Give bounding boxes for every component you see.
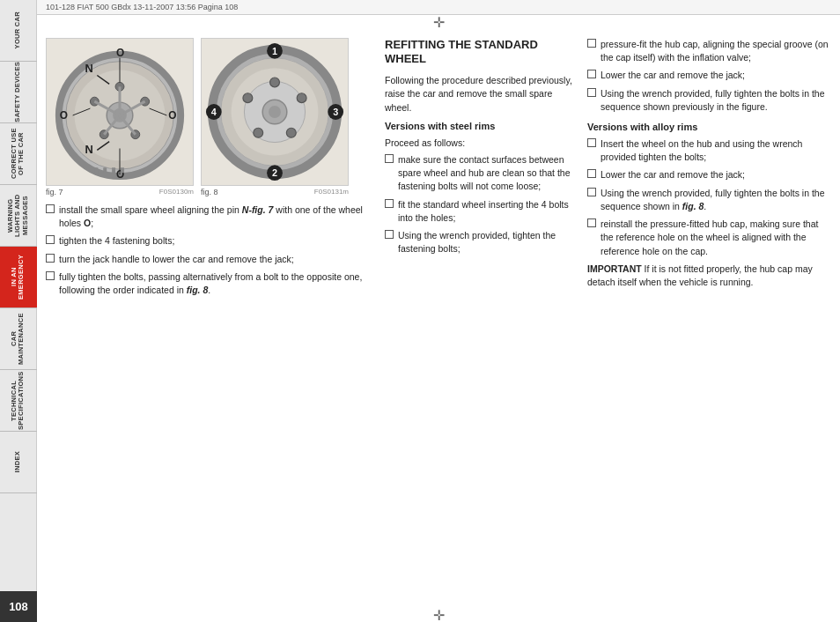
page-number: 108 [9,600,28,613]
alloy-text-3: reinstall the pressure-fitted hub cap, m… [601,218,831,258]
steel-rims-text-2: Using the wrench provided, tighten the f… [398,229,578,255]
sidebar-tab-warning-lights[interactable]: WARNING LIGHTS AND MESSAGES [0,185,37,247]
figure-8-label: fig. 8 F0S0131m [201,188,349,196]
sidebar-tab-correct-use[interactable]: CORRECT USE OF THE CAR [0,123,37,185]
figure-7-label: fig. 7 F0S0130m [46,188,194,196]
right-instructions: pressure-fit the hub cap, aligning the s… [587,38,831,289]
svg-text:O: O [116,47,124,59]
svg-point-42 [297,93,306,103]
svg-text:2: 2 [272,167,277,178]
svg-text:3: 3 [333,107,338,117]
checkbox-sr-2 [385,230,394,239]
alloy-text-1: Lower the car and remove the jack; [601,168,831,181]
refitting-title: REFITTING THE STANDARD WHEEL [385,38,578,65]
figure-7-box: N N O O O [46,38,194,196]
top-crosshair: ✛ [37,15,840,29]
steel-rims-title: Versions with steel rims [385,120,578,134]
svg-point-43 [286,128,296,137]
checkbox-r-2 [587,88,596,97]
steel-rims-intro: Proceed as follows: [385,137,578,150]
instruction-text-2: turn the jack handle to lower the car an… [59,253,376,266]
svg-rect-31 [112,167,115,173]
instruction-item-1: tighten the 4 fastening bolts; [46,234,376,248]
svg-point-40 [269,106,281,118]
svg-text:1: 1 [272,46,277,56]
instruction-item-3: fully tighten the bolts, passing alterna… [46,270,376,297]
figure-7-image: N N O O O [46,38,194,186]
instruction-text-1: tighten the 4 fastening bolts; [59,234,376,248]
images-row: N N O O O [46,38,376,196]
sidebar-tab-your-car[interactable]: YOUR CAR [0,0,37,62]
checkbox-3 [46,271,55,280]
steel-rims-item-1: fit the standard wheel inserting the 4 b… [385,198,578,225]
sidebar-tab-car-maintenance[interactable]: CAR MAINTENANCE [0,308,37,370]
important-text: IMPORTANT If it is not fitted properly, … [587,263,831,289]
header-text: 101-128 FIAT 500 GBdx 13-11-2007 13:56 P… [46,3,238,11]
main-content: 101-128 FIAT 500 GBdx 13-11-2007 13:56 P… [37,0,840,622]
steel-rims-text-0: make sure the contact surfaces between s… [398,153,578,194]
checkbox-sr-0 [385,154,394,163]
page-number-box: 108 [0,591,37,622]
sidebar: YOUR CAR SAFETY DEVICES CORRECT USE OF T… [0,0,37,622]
svg-point-45 [243,93,253,103]
alloy-item-3: reinstall the pressure-fitted hub cap, m… [587,218,831,258]
svg-rect-29 [94,167,98,173]
svg-rect-32 [121,167,124,173]
right-text-1: Lower the car and remove the jack; [601,69,831,82]
steel-rims-text-1: fit the standard wheel inserting the 4 b… [398,198,578,225]
instruction-item-2: turn the jack handle to lower the car an… [46,253,376,266]
header-bar: 101-128 FIAT 500 GBdx 13-11-2007 13:56 P… [37,0,840,15]
svg-text:4: 4 [211,107,217,117]
sidebar-tab-index[interactable]: INDEX [0,432,37,493]
steel-rims-item-2: Using the wrench provided, tighten the f… [385,229,578,255]
refitting-intro-text: Following the procedure described previo… [385,74,578,115]
left-column: N N O O O [46,38,376,599]
right-item-1: Lower the car and remove the jack; [587,69,831,82]
instruction-text-0: install the small spare wheel aligning t… [59,204,376,230]
sidebar-tab-in-an-emergency[interactable]: IN AN EMERGENCY [0,247,37,308]
alloy-item-1: Lower the car and remove the jack; [587,168,831,181]
svg-point-44 [254,128,263,137]
instruction-item-0: install the small spare wheel aligning t… [46,204,376,230]
right-text-0: pressure-fit the hub cap, aligning the s… [601,38,831,64]
alloy-item-2: Using the wrench provided, fully tighten… [587,187,831,213]
sidebar-tab-safety-devices[interactable]: SAFETY DEVICES [0,62,37,123]
alloy-item-0: Insert the wheel on the hub and using th… [587,137,831,164]
bottom-crosshair: ✛ [37,608,840,622]
checkbox-r-0 [587,39,596,48]
right-item-0: pressure-fit the hub cap, aligning the s… [587,38,831,64]
right-item-2: Using the wrench provided, fully tighten… [587,87,831,114]
left-instructions: install the small spare wheel aligning t… [46,204,376,301]
middle-column: REFITTING THE STANDARD WHEEL Following t… [385,38,578,599]
steel-rims-item-0: make sure the contact surfaces between s… [385,153,578,194]
checkbox-a-0 [587,138,596,147]
checkbox-0 [46,204,55,213]
svg-text:O: O [168,109,176,122]
right-text-2: Using the wrench provided, fully tighten… [601,87,831,114]
svg-rect-30 [103,167,107,173]
sidebar-tab-technical-specs[interactable]: TECHNICAL SPECIFICATIONS [0,370,37,432]
content-area: N N O O O [37,29,840,608]
checkbox-1 [46,235,55,244]
alloy-text-2: Using the wrench provided, fully tighten… [601,187,831,213]
figure-8-box: 1 2 3 4 fig. 8 [201,38,349,196]
svg-text:N: N [85,62,92,75]
right-column: pressure-fit the hub cap, aligning the s… [587,38,831,599]
svg-text:O: O [60,109,68,122]
checkbox-a-3 [587,218,596,227]
alloy-text-0: Insert the wheel on the hub and using th… [601,137,831,164]
wheel-fig7-svg: N N O O O [47,39,193,185]
refitting-intro: Following the procedure described previo… [385,74,578,260]
figure-8-image: 1 2 3 4 [201,38,349,186]
checkbox-a-1 [587,169,596,178]
checkbox-sr-1 [385,199,394,208]
checkbox-2 [46,254,55,263]
checkbox-r-1 [587,70,596,78]
checkbox-a-2 [587,188,596,196]
alloy-rims-title: Versions with alloy rims [587,121,831,135]
svg-point-41 [270,78,280,87]
wheel-fig8-svg: 1 2 3 4 [202,39,348,185]
svg-text:N: N [85,143,92,156]
instruction-text-3: fully tighten the bolts, passing alterna… [59,270,376,297]
